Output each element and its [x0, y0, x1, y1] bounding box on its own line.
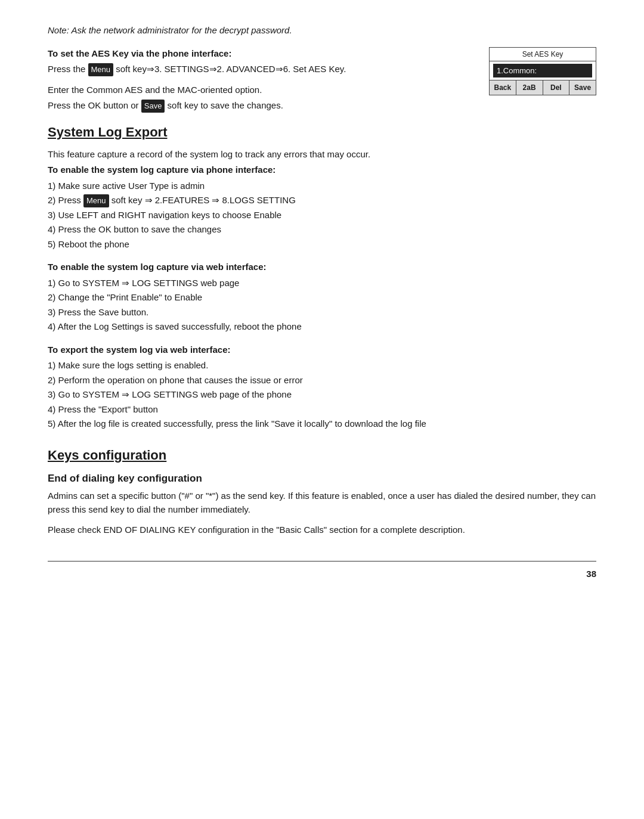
- aes-instruction1: Press the Menu soft key⇒3. SETTINGS⇒2. A…: [48, 63, 471, 76]
- menu-key-badge: Menu: [88, 63, 114, 76]
- phone-steps-list: 1) Make sure active User Type is admin 2…: [48, 179, 596, 252]
- web-export-step-3: 3) Go to SYSTEM ⇒ LOG SETTINGS web page …: [48, 388, 596, 402]
- end-of-dialing-para1: Admins can set a specific button ("#" or…: [48, 489, 596, 516]
- aes-instr3-before: Press the OK button or: [48, 100, 141, 110]
- menu-key-badge-2: Menu: [83, 194, 109, 207]
- web-enable-step-2: 2) Change the "Print Enable" to Enable: [48, 291, 596, 305]
- aes-btn-back: Back: [490, 80, 516, 95]
- system-log-intro: This feature capture a record of the sys…: [48, 148, 596, 162]
- web-enable-step-3: 3) Press the Save button.: [48, 306, 596, 319]
- keys-configuration-title: Keys configuration: [48, 445, 596, 465]
- web-enable-step-1: 1) Go to SYSTEM ⇒ LOG SETTINGS web page: [48, 277, 596, 290]
- web-enable-step-4: 4) After the Log Settings is saved succe…: [48, 320, 596, 334]
- page-number: 38: [48, 567, 596, 581]
- aes-key-left: To set the AES Key via the phone interfa…: [48, 47, 471, 115]
- aes-box-content: 1.Common:: [490, 61, 596, 80]
- phone-step-4: 4) Press the OK button to save the chang…: [48, 223, 596, 237]
- end-of-dialing-subtitle: End of dialing key configuration: [48, 471, 596, 486]
- web-export-heading: To export the system log via web interfa…: [48, 343, 596, 357]
- aes-instr1-after: soft key⇒3. SETTINGS⇒2. ADVANCED⇒6. Set …: [113, 64, 346, 74]
- aes-key-section: To set the AES Key via the phone interfa…: [48, 47, 596, 115]
- note-text: Note: Ask the network administrator for …: [48, 24, 596, 38]
- web-export-steps-list: 1) Make sure the logs setting is enabled…: [48, 359, 596, 431]
- aes-btn-del: Del: [543, 80, 570, 95]
- phone-step-1: 1) Make sure active User Type is admin: [48, 179, 596, 193]
- aes-btn-2ab: 2aB: [516, 80, 543, 95]
- web-enable-steps-list: 1) Go to SYSTEM ⇒ LOG SETTINGS web page …: [48, 277, 596, 334]
- web-export-step-2: 2) Perform the operation on phone that c…: [48, 374, 596, 387]
- web-enable-heading: To enable the system log capture via web…: [48, 260, 596, 274]
- end-of-dialing-para2: Please check END OF DIALING KEY configur…: [48, 523, 596, 537]
- save-key-badge: Save: [141, 100, 165, 113]
- aes-box-title: Set AES Key: [490, 48, 596, 61]
- page-divider: [48, 561, 596, 561]
- aes-heading: To set the AES Key via the phone interfa…: [48, 47, 471, 61]
- aes-instr3-after: soft key to save the changes.: [165, 100, 283, 110]
- aes-btn-save: Save: [569, 80, 596, 95]
- aes-box-buttons: Back2aBDelSave: [490, 80, 596, 95]
- phone-interface-heading: To enable the system log capture via pho…: [48, 163, 596, 177]
- aes-instruction2: Enter the Common AES and the MAC-oriente…: [48, 83, 471, 97]
- aes-common-label: 1.Common:: [493, 64, 592, 78]
- phone-step-5: 5) Reboot the phone: [48, 238, 596, 252]
- phone-step-3: 3) Use LEFT and RIGHT navigation keys to…: [48, 209, 596, 222]
- web-export-step-4: 4) Press the "Export" button: [48, 403, 596, 417]
- aes-instr1-before: Press the: [48, 64, 88, 74]
- aes-instruction3: Press the OK button or Save soft key to …: [48, 99, 471, 113]
- web-export-step-1: 1) Make sure the logs setting is enabled…: [48, 359, 596, 373]
- aes-key-box: Set AES Key 1.Common: Back2aBDelSave: [489, 47, 596, 96]
- system-log-export-title: System Log Export: [48, 122, 596, 142]
- web-export-step-5: 5) After the log file is created success…: [48, 417, 596, 431]
- phone-step-2: 2) Press Menu soft key ⇒ 2.FEATURES ⇒ 8.…: [48, 194, 596, 207]
